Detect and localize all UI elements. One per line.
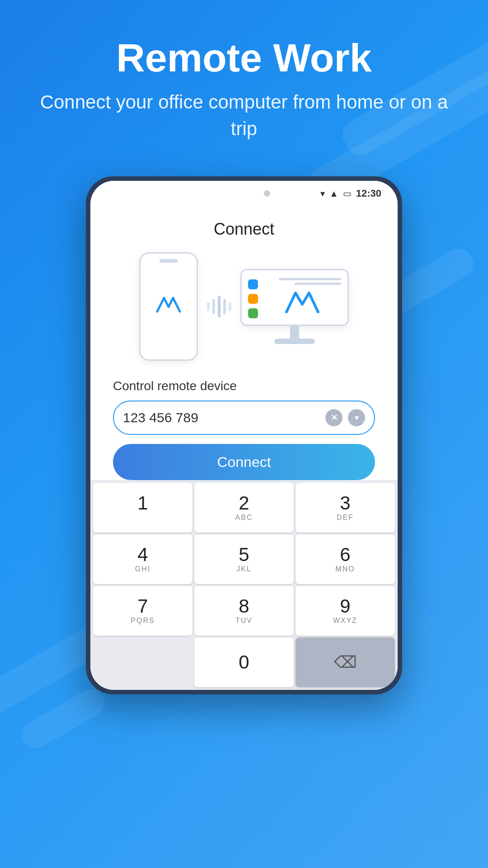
app-content: Connect: [90, 206, 398, 480]
phone-illus-logo: [155, 293, 182, 320]
key-2[interactable]: 2 ABC: [194, 483, 294, 533]
key-5[interactable]: 5 JKL: [194, 534, 294, 584]
phone-mockup: ▾ ▲ ▭ 12:30 Connect: [86, 176, 402, 694]
delete-icon: ⌫: [334, 653, 357, 672]
chevron-down-icon: ▾: [355, 413, 359, 423]
key-0[interactable]: 0: [194, 637, 294, 687]
clear-input-button[interactable]: ✕: [325, 409, 343, 426]
blue-dot: [248, 279, 258, 289]
green-dot: [248, 308, 258, 318]
keypad-row-3: 7 PQRS 8 TUV 9 WXYZ: [93, 586, 395, 636]
page-subtitle: Connect your office computer from home o…: [36, 89, 452, 142]
key-6[interactable]: 6 MNO: [296, 534, 395, 584]
phone-inner: ▾ ▲ ▭ 12:30 Connect: [90, 181, 398, 690]
orange-dot: [248, 294, 258, 304]
status-time: 12:30: [356, 188, 381, 199]
app-title: Connect: [108, 220, 380, 239]
monitor-base: [274, 339, 315, 344]
key-4-sub: GHI: [135, 565, 150, 573]
keypad-row-2: 4 GHI 5 JKL 6 MNO: [93, 534, 395, 584]
key-3[interactable]: 3 DEF: [296, 483, 395, 533]
keypad-row-1: 1 2 ABC 3 DEF: [93, 483, 395, 533]
monitor-main-area: [263, 277, 341, 318]
control-label: Control remote device: [113, 379, 375, 393]
key-empty: [93, 637, 192, 687]
page-title: Remote Work: [36, 36, 452, 80]
key-3-sub: DEF: [337, 514, 354, 522]
key-2-num: 2: [239, 494, 249, 513]
phone-illustration: [139, 252, 198, 361]
battery-icon: ▭: [343, 188, 352, 199]
device-id-input[interactable]: [123, 410, 325, 425]
monitor-lines: [263, 278, 341, 285]
key-1-num: 1: [137, 494, 148, 513]
key-6-num: 6: [340, 545, 350, 564]
key-4-num: 4: [137, 545, 148, 564]
phone-frame: ▾ ▲ ▭ 12:30 Connect: [86, 176, 402, 694]
key-8-sub: TUV: [235, 617, 253, 625]
key-6-sub: MNO: [335, 565, 355, 573]
key-5-num: 5: [239, 545, 249, 564]
keypad-bottom-row: 0 ⌫: [93, 637, 395, 687]
key-9[interactable]: 9 WXYZ: [296, 586, 395, 636]
key-delete[interactable]: ⌫: [296, 637, 395, 687]
connection-waves-icon: [207, 296, 231, 317]
key-2-sub: ABC: [235, 514, 253, 522]
key-7-sub: PQRS: [131, 617, 155, 625]
connect-button[interactable]: Connect: [113, 444, 375, 480]
numeric-keypad: 1 2 ABC 3 DEF 4 GHI: [90, 480, 398, 690]
control-section: Control remote device ✕ ▾ Connect: [108, 379, 380, 480]
key-9-sub: WXYZ: [333, 617, 357, 625]
key-5-sub: JKL: [236, 565, 252, 573]
monitor-logo: [284, 288, 320, 317]
monitor-neck: [290, 326, 299, 339]
device-id-input-row[interactable]: ✕ ▾: [113, 401, 375, 435]
key-0-num: 0: [239, 653, 249, 672]
key-7-num: 7: [137, 597, 148, 616]
illustration: [108, 252, 380, 361]
key-1[interactable]: 1: [93, 483, 192, 533]
dropdown-button[interactable]: ▾: [348, 409, 365, 426]
monitor-sidebar-dots: [248, 277, 258, 318]
key-8-num: 8: [239, 597, 249, 616]
header: Remote Work Connect your office computer…: [0, 36, 488, 142]
phone-illus-notch: [160, 259, 178, 263]
key-9-num: 9: [340, 597, 350, 616]
status-bar: ▾ ▲ ▭ 12:30: [90, 181, 398, 206]
signal-icon: ▲: [329, 189, 338, 199]
monitor-illustration: [240, 269, 349, 344]
clear-icon: ✕: [331, 413, 338, 423]
key-8[interactable]: 8 TUV: [194, 586, 294, 636]
key-3-num: 3: [340, 494, 350, 513]
front-camera: [264, 190, 270, 197]
key-4[interactable]: 4 GHI: [93, 534, 192, 584]
status-notch-area: [213, 190, 320, 197]
key-1-sub: [141, 514, 144, 522]
key-7[interactable]: 7 PQRS: [93, 586, 192, 636]
wifi-icon: ▾: [320, 188, 325, 199]
status-icons: ▾ ▲ ▭ 12:30: [320, 188, 381, 199]
monitor-stand: [240, 326, 349, 344]
monitor-screen: [240, 269, 349, 326]
